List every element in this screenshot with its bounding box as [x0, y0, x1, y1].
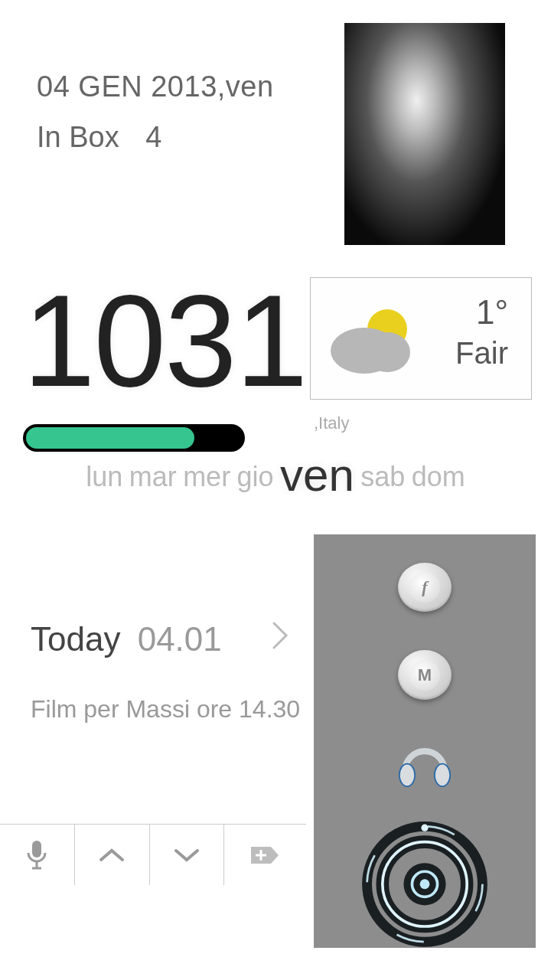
- next-button[interactable]: [150, 825, 225, 885]
- svg-point-2: [364, 332, 410, 372]
- partly-cloudy-icon: [326, 297, 418, 381]
- photo-image: [344, 23, 505, 245]
- flash-icon: f: [409, 572, 440, 603]
- photo-widget[interactable]: [344, 23, 505, 245]
- weekday-sab: sab: [360, 461, 405, 492]
- weather-temp: 1°: [476, 293, 508, 332]
- svg-point-15: [420, 880, 430, 890]
- mail-icon: M: [409, 660, 440, 691]
- battery-bar: [23, 424, 245, 452]
- dock-app-music[interactable]: [394, 734, 455, 791]
- svg-point-8: [399, 763, 415, 786]
- agenda-event: Film per Massi ore 14.30: [31, 695, 306, 724]
- microphone-icon: [25, 839, 48, 871]
- weekday-mar: mar: [129, 461, 177, 492]
- today-label: Today: [31, 620, 120, 658]
- chevron-down-icon: [173, 847, 201, 864]
- voice-button[interactable]: [0, 825, 75, 885]
- date-label: 04 GEN 2013,ven: [37, 70, 274, 103]
- app-dock: f M: [314, 534, 536, 948]
- today-date: 04.01: [138, 620, 222, 658]
- assistant-toolbar: [0, 824, 306, 885]
- week-strip: lun mar mer gio ven sab dom: [0, 449, 551, 501]
- agenda-header: Today 04.01: [31, 620, 306, 658]
- battery-fill: [26, 427, 194, 449]
- svg-rect-3: [32, 841, 41, 858]
- weather-widget[interactable]: 1° Fair: [310, 277, 532, 400]
- weekday-ven: ven: [280, 449, 354, 501]
- inbox-label: In Box: [37, 121, 119, 153]
- weather-location: ,Italy: [314, 413, 349, 433]
- svg-point-16: [421, 825, 428, 831]
- inbox-widget[interactable]: In Box 4: [37, 121, 161, 154]
- tag-plus-icon: [249, 844, 282, 867]
- weekday-gio: gio: [237, 461, 274, 492]
- dock-app-gmail[interactable]: M: [398, 650, 452, 699]
- add-button[interactable]: [224, 825, 306, 885]
- inbox-count: 4: [145, 121, 161, 153]
- chevron-right-icon[interactable]: [271, 620, 291, 658]
- clock-time: 1031: [23, 276, 306, 406]
- dock-app-camera[interactable]: [356, 821, 494, 948]
- weekday-mer: mer: [183, 461, 230, 492]
- weekday-dom: dom: [412, 461, 465, 492]
- clock-widget[interactable]: 1031: [23, 276, 306, 452]
- prev-button[interactable]: [75, 825, 150, 885]
- chevron-up-icon: [98, 847, 126, 864]
- svg-point-9: [435, 763, 450, 786]
- agenda-widget[interactable]: Today 04.01 Film per Massi ore 14.30: [31, 620, 306, 724]
- weekday-lun: lun: [86, 461, 122, 492]
- weather-condition: Fair: [455, 336, 508, 371]
- dock-app-flash[interactable]: f: [398, 563, 452, 612]
